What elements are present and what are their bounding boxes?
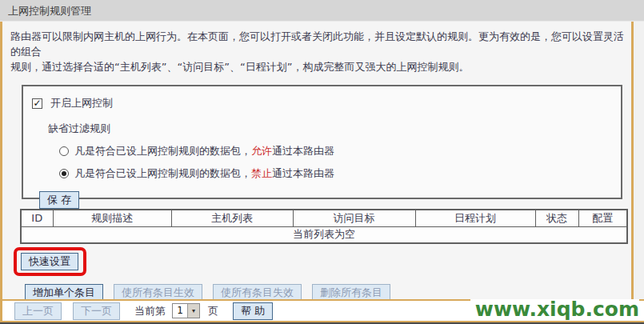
next-page-button[interactable]: 下一页 [73, 302, 120, 320]
deny-rule-prefix: 凡是符合已设上网控制规则的数据包， [74, 167, 251, 179]
enable-control-checkbox[interactable]: ✓ [32, 98, 42, 109]
watermark-text: www.xiqb.com [470, 299, 639, 320]
col-header-status: 状态 [535, 210, 578, 226]
description-line-1: 路由器可以限制内网主机的上网行为。在本页面，您可以打开或者关闭此功能，并且设定默… [10, 29, 631, 59]
allow-rule-highlight: 允许 [251, 145, 272, 157]
deny-rule-label: 凡是符合已设上网控制规则的数据包，禁止通过本路由器 [74, 166, 334, 181]
page-title: 上网控制规则管理 [0, 0, 644, 22]
deny-rule-highlight: 禁止 [251, 167, 272, 179]
allow-rule-label: 凡是符合已设上网控制规则的数据包，允许通过本路由器 [74, 144, 334, 158]
rules-table-empty-row: 当前列表为空 [21, 226, 627, 243]
default-filter-rule-label: 缺省过滤规则 [48, 122, 621, 136]
description-text: 路由器可以限制内网主机的上网行为。在本页面，您可以打开或者关闭此功能，并且设定默… [2, 29, 631, 74]
quick-setup-button[interactable]: 快速设置 [21, 253, 78, 270]
current-page-suffix: 页 [208, 304, 218, 318]
enable-control-row: ✓ 开启上网控制 [31, 96, 621, 110]
allow-rule-prefix: 凡是符合已设上网控制规则的数据包， [74, 145, 251, 157]
save-button[interactable]: 保 存 [39, 191, 79, 209]
page-select[interactable]: 1 ▾ [172, 303, 200, 318]
deny-rule-radio[interactable] [59, 169, 69, 178]
main-content: 路由器可以限制内网主机的上网行为。在本页面，您可以打开或者关闭此功能，并且设定默… [0, 22, 634, 299]
description-line-2: 规则，通过选择合适的“主机列表”、“访问目标”、“日程计划”，构成完整而又强大的… [10, 59, 631, 74]
help-button[interactable]: 帮 助 [233, 302, 273, 320]
deny-rule-suffix: 通过本路由器 [272, 167, 334, 179]
col-header-schedule: 日程计划 [415, 210, 535, 226]
pagination-bar: 上一页 下一页 当前第 1 ▾ 页 帮 助 www.xiqb.com [0, 299, 644, 322]
col-header-target: 访问目标 [293, 210, 415, 226]
quick-setup-annotation: 快速设置 [14, 247, 86, 276]
deny-rule-row: 凡是符合已设上网控制规则的数据包，禁止通过本路由器 [59, 166, 621, 181]
allow-rule-suffix: 通过本路由器 [272, 145, 334, 157]
rules-table-header-row: ID 规则描述 主机列表 访问目标 日程计划 状态 配置 [21, 210, 627, 226]
prev-page-button[interactable]: 上一页 [14, 302, 62, 320]
allow-rule-row: 凡是符合已设上网控制规则的数据包，允许通过本路由器 [59, 144, 621, 158]
empty-list-message: 当前列表为空 [21, 226, 627, 243]
col-header-id: ID [21, 210, 53, 226]
col-header-config: 配置 [578, 210, 627, 226]
allow-rule-radio[interactable] [59, 146, 69, 156]
col-header-rule-desc: 规则描述 [53, 210, 171, 226]
col-header-host-list: 主机列表 [171, 210, 293, 226]
rules-table: ID 规则描述 主机列表 访问目标 日程计划 状态 配置 当前列表为空 [20, 209, 628, 244]
settings-groupbox: ✓ 开启上网控制 缺省过滤规则 凡是符合已设上网控制规则的数据包，允许通过本路由… [22, 85, 622, 199]
current-page-prefix: 当前第 [134, 304, 166, 318]
page-select-value: 1 [173, 304, 187, 318]
chevron-down-icon[interactable]: ▾ [187, 304, 199, 318]
router-admin-page: 上网控制规则管理 路由器可以限制内网主机的上网行为。在本页面，您可以打开或者关闭… [0, 0, 644, 322]
enable-control-label: 开启上网控制 [50, 96, 113, 110]
